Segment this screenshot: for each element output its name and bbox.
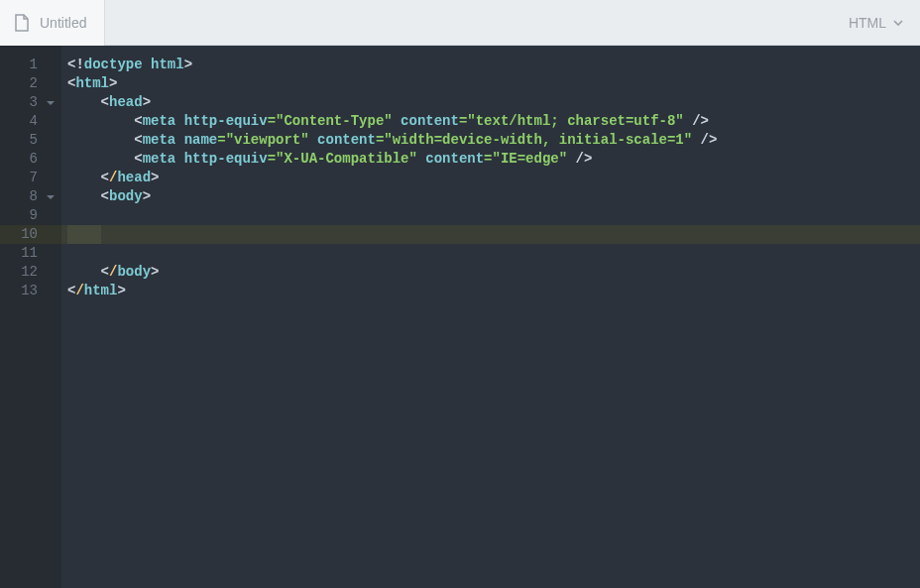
code-line[interactable]: </head> [61, 169, 920, 187]
code-area[interactable]: <!doctype html> <html> <head> <meta http… [61, 46, 920, 588]
language-label: HTML [849, 15, 886, 31]
chevron-down-icon [892, 17, 904, 29]
line-number: 7 [0, 169, 61, 187]
code-line[interactable]: <html> [61, 74, 920, 93]
code-line[interactable]: </html> [61, 282, 920, 300]
line-number: 13 [0, 282, 61, 300]
code-line[interactable]: <!doctype html> [61, 56, 920, 74]
line-number: 8 [0, 187, 61, 206]
line-number: 11 [0, 244, 61, 263]
code-line[interactable] [61, 244, 920, 263]
line-number: 3 [0, 93, 61, 112]
line-number-gutter: 12345678910111213 [0, 46, 61, 588]
line-number: 12 [0, 263, 61, 282]
line-number: 1 [0, 56, 61, 74]
file-tab-title: Untitled [40, 15, 86, 31]
line-number: 10 [0, 225, 61, 244]
code-line[interactable]: </body> [61, 263, 920, 282]
app-root: Untitled HTML 12345678910111213 <!doctyp… [0, 0, 920, 588]
fold-toggle-icon[interactable] [46, 192, 56, 202]
line-number: 4 [0, 112, 61, 131]
code-line[interactable]: <head> [61, 93, 920, 112]
code-line[interactable] [61, 206, 920, 225]
file-tab[interactable]: Untitled [0, 0, 105, 46]
file-icon [14, 14, 30, 32]
code-line[interactable]: <meta http-equiv="Content-Type" content=… [61, 112, 920, 131]
code-editor[interactable]: 12345678910111213 <!doctype html> <html>… [0, 46, 920, 588]
line-number: 2 [0, 74, 61, 93]
line-number: 6 [0, 150, 61, 169]
code-line[interactable]: <body> [61, 187, 920, 206]
fold-toggle-icon[interactable] [46, 98, 56, 108]
language-picker[interactable]: HTML [833, 0, 920, 45]
code-line[interactable]: <meta http-equiv="X-UA-Compatible" conte… [61, 150, 920, 169]
line-number: 5 [0, 131, 61, 150]
code-line[interactable]: <meta name="viewport" content="width=dev… [61, 131, 920, 150]
code-line-current[interactable] [61, 225, 920, 244]
tab-bar: Untitled HTML [0, 0, 920, 46]
line-number: 9 [0, 206, 61, 225]
